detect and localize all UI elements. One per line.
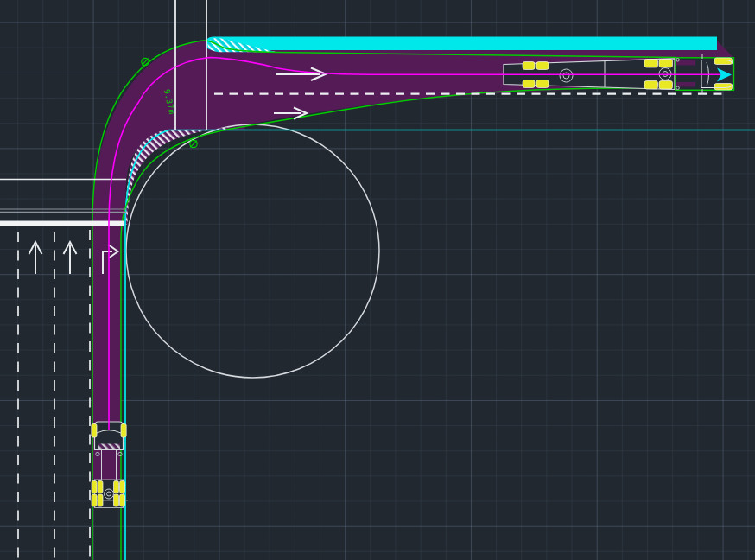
turning-radius-circle xyxy=(126,124,379,378)
tractor-chassis-lower xyxy=(676,82,695,87)
envelope-node-marker xyxy=(190,140,197,147)
stop-bar xyxy=(0,221,124,227)
median-island xyxy=(206,37,717,51)
cab-front-hatch xyxy=(98,444,120,450)
swept-path-drawing: 9.37m xyxy=(0,0,755,560)
cad-drawing-canvas[interactable]: 9.37m xyxy=(0,0,755,560)
lane-arrow-straight xyxy=(29,242,42,274)
swept-path-envelope-fill xyxy=(92,39,733,507)
lane-arrow-straight xyxy=(64,242,77,274)
tractor-chassis-upper xyxy=(676,60,695,66)
envelope-inner-edge xyxy=(121,88,676,560)
inner-kerb-line xyxy=(125,130,755,560)
